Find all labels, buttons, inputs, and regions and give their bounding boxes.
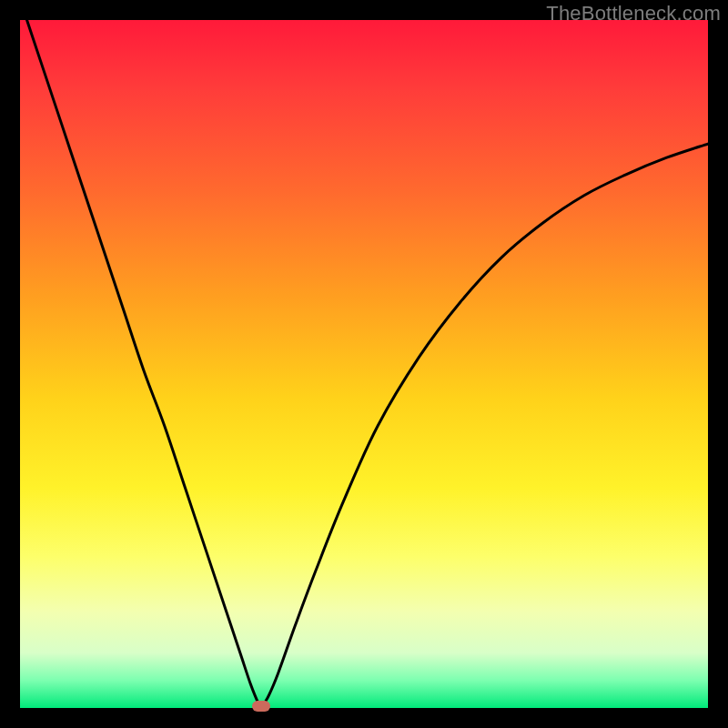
plot-area [20,20,708,708]
right-branch-path [261,144,708,708]
chart-frame: TheBottleneck.com [0,0,728,728]
minimum-marker [252,701,270,712]
curve-svg [20,20,708,708]
left-branch-path [27,20,261,708]
